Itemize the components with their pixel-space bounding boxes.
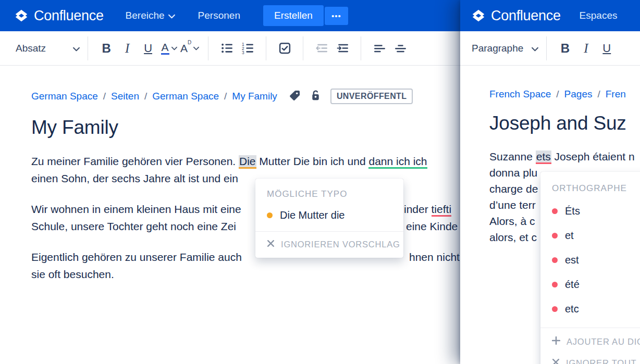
breadcrumb-link[interactable]: My Family [232, 91, 277, 102]
page-title[interactable]: Joseph and Suz [489, 112, 640, 135]
chevron-down-icon [73, 43, 80, 54]
suggestion-list: Éts et est été etc [540, 199, 640, 321]
bold-button[interactable]: B [96, 37, 117, 60]
create-button[interactable]: Erstellen [263, 5, 324, 26]
bullet-list-button[interactable] [216, 37, 237, 60]
indent-button[interactable] [332, 37, 353, 60]
spelling-dot-icon [552, 257, 558, 263]
spelling-dot-icon [552, 208, 558, 214]
typo-highlight-word[interactable]: Die [239, 155, 256, 169]
toolbar-divider [88, 36, 88, 60]
underline-button[interactable]: U [596, 37, 617, 60]
breadcrumb-link[interactable]: French Space [489, 89, 551, 100]
confluence-logo[interactable]: Confluence [471, 8, 561, 24]
spelling-suggestion-popup: ORTHOGRAPHE Éts et est été [540, 172, 640, 364]
popup-header: ORTHOGRAPHE [540, 183, 640, 194]
text-color-button[interactable]: A [158, 37, 179, 60]
spelling-dot-icon [552, 306, 558, 312]
label-tag-icon[interactable] [289, 90, 301, 104]
text-line: Zu meiner Familie gehören vier Personen.… [31, 153, 460, 170]
spelling-suggestion-item[interactable]: est [540, 248, 640, 272]
toolbar-divider [208, 36, 208, 60]
german-top-nav: Confluence Bereiche Personen Erstellen •… [0, 0, 460, 31]
confluence-logo-icon [471, 8, 486, 23]
confluence-logo[interactable]: Confluence [14, 8, 104, 24]
spelling-dot-icon [552, 233, 558, 239]
outdent-button[interactable] [311, 37, 332, 60]
typo-suggestion-popup: MÖGLICHE TYPO Die Mutter die IGNORIEREN … [255, 179, 403, 258]
toolbar-divider [266, 36, 266, 60]
italic-button[interactable]: I [575, 37, 596, 60]
breadcrumb: French Space / Pages / Fren [489, 89, 640, 100]
nav-people[interactable]: Personen [198, 10, 240, 21]
block-style-select[interactable]: Absatz [16, 43, 80, 54]
bold-button[interactable]: B [555, 37, 575, 60]
unlock-icon[interactable] [310, 90, 322, 104]
numbered-list-button[interactable]: 1 2 3 [237, 37, 258, 60]
toolbar-divider [546, 36, 547, 60]
breadcrumb-link[interactable]: German Space [152, 91, 219, 102]
spelling-dot-icon [552, 282, 558, 287]
ignore-suggestion-button[interactable]: IGNORIEREN VORSCHLAG [255, 232, 403, 258]
advanced-format-button[interactable]: AD [179, 37, 200, 60]
confluence-logo-icon [14, 8, 29, 23]
breadcrumb-link[interactable]: German Space [31, 91, 98, 102]
nav-spaces[interactable]: Bereiche [126, 10, 175, 21]
app-title: Confluence [491, 8, 561, 24]
spelling-suggestion-item[interactable]: été [540, 272, 640, 297]
misspelled-highlight-word[interactable]: ets [536, 150, 551, 164]
page-title[interactable]: My Family [31, 116, 460, 139]
text-line: sie oft besuchen. [31, 266, 460, 283]
align-center-button[interactable] [390, 37, 411, 60]
breadcrumb-link[interactable]: Pages [564, 89, 593, 100]
breadcrumb-link[interactable]: Seiten [111, 91, 139, 102]
more-menu-button[interactable]: ••• [325, 7, 348, 25]
typo-dot-icon [267, 212, 273, 218]
screen: Confluence Bereiche Personen Erstellen •… [0, 0, 640, 364]
text-line: Suzanne ets Joseph étaient n [489, 148, 640, 165]
underline-button[interactable]: U [138, 37, 158, 60]
french-confluence-window: Confluence Espaces Paragraphe B I U Fren… [460, 0, 640, 364]
italic-button[interactable]: I [117, 37, 138, 60]
close-icon [552, 358, 560, 364]
ignore-all-button[interactable]: IGNORER TOUT [540, 350, 640, 364]
chevron-down-icon [532, 43, 538, 54]
plus-icon [552, 336, 560, 347]
close-icon [267, 240, 275, 249]
breadcrumb: German Space / Seiten / German Space / M… [31, 89, 460, 104]
svg-text:3: 3 [242, 50, 244, 55]
toolbar-divider [303, 36, 303, 60]
spelling-suggestion-item[interactable]: et [540, 223, 640, 248]
typo-suggestion-item[interactable]: Die Mutter die [255, 209, 403, 221]
app-title: Confluence [34, 8, 104, 24]
misspelled-word[interactable]: tiefti [432, 203, 452, 217]
french-editor-toolbar: Paragraphe B I U [460, 31, 640, 66]
spelling-suggestion-item[interactable]: Éts [540, 199, 640, 223]
task-list-button[interactable] [274, 37, 295, 60]
breadcrumb-link[interactable]: Fren [606, 89, 626, 100]
german-editor-toolbar: Absatz B I U A AD [0, 31, 460, 66]
grammar-underline-phrase[interactable]: dann ich ich [368, 155, 427, 169]
popup-header: MÖGLICHE TYPO [255, 189, 403, 199]
add-to-dictionary-button[interactable]: AJOUTER AU DICTI [540, 328, 640, 350]
french-top-nav: Confluence Espaces [460, 0, 640, 31]
chevron-down-icon [168, 10, 175, 21]
toolbar-divider [361, 36, 361, 60]
nav-spaces[interactable]: Espaces [580, 10, 618, 21]
spelling-suggestion-item[interactable]: etc [540, 297, 640, 321]
status-badge: UNVERÖFFENTL [330, 89, 413, 104]
align-left-button[interactable] [369, 37, 390, 60]
block-style-select[interactable]: Paragraphe [472, 43, 538, 54]
german-confluence-window: Confluence Bereiche Personen Erstellen •… [0, 0, 460, 364]
